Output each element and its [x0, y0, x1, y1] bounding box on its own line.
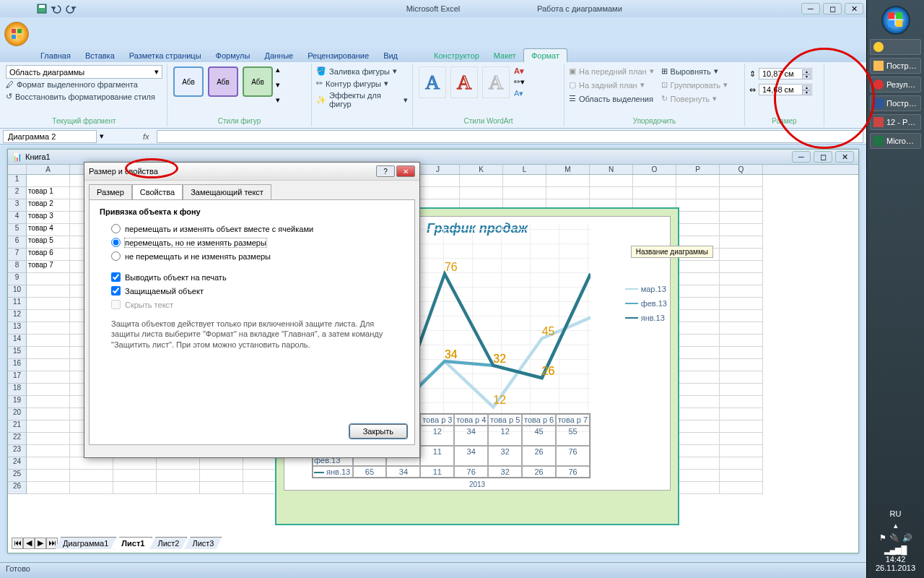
- cell[interactable]: [590, 187, 633, 199]
- cell[interactable]: [676, 187, 720, 199]
- sheet-nav-next-icon[interactable]: ▶: [35, 538, 46, 549]
- text-effects-icon[interactable]: A▾: [514, 89, 525, 98]
- tab-home[interactable]: Главная: [33, 49, 78, 62]
- cell[interactable]: [720, 347, 763, 359]
- cell[interactable]: [27, 273, 70, 285]
- close-button[interactable]: ✕: [835, 151, 854, 163]
- cell[interactable]: [676, 482, 720, 494]
- cell[interactable]: [27, 433, 70, 445]
- cell[interactable]: [676, 433, 720, 445]
- shape-fill-button[interactable]: 🪣Заливка фигуры ▾: [316, 65, 408, 77]
- tab-chart-layout[interactable]: Макет: [487, 49, 523, 62]
- row-header[interactable]: 4: [8, 212, 27, 224]
- cell[interactable]: [27, 408, 70, 420]
- row-header[interactable]: 19: [8, 396, 27, 408]
- cell[interactable]: [720, 199, 763, 212]
- tab-review[interactable]: Рецензирование: [300, 49, 376, 62]
- column-header[interactable]: [8, 165, 27, 174]
- cell[interactable]: [676, 322, 720, 335]
- cell[interactable]: [70, 457, 113, 470]
- cell[interactable]: [633, 175, 676, 187]
- cell[interactable]: [676, 445, 720, 457]
- cell[interactable]: [27, 175, 70, 187]
- cell[interactable]: товар 6: [27, 249, 70, 261]
- text-outline-icon[interactable]: ✏▾: [514, 77, 525, 87]
- network-icon[interactable]: 🔌: [889, 533, 899, 543]
- cell[interactable]: [460, 187, 503, 199]
- sheet-nav-prev-icon[interactable]: ◀: [23, 538, 35, 549]
- tab-chart-design[interactable]: Конструктор: [427, 49, 487, 62]
- cell[interactable]: [720, 420, 763, 433]
- row-header[interactable]: 15: [8, 347, 27, 359]
- shape-height-input[interactable]: 10,87 см▴▾: [759, 68, 812, 79]
- shape-outline-button[interactable]: ✏Контур фигуры ▾: [316, 77, 408, 90]
- dialog-close-action-button[interactable]: Закрыть: [349, 424, 407, 439]
- column-header[interactable]: J: [417, 165, 460, 174]
- dialog-tab-alttext[interactable]: Замещающий текст: [183, 184, 271, 200]
- undo-icon[interactable]: [51, 3, 62, 14]
- cell[interactable]: [720, 285, 763, 298]
- column-header[interactable]: K: [460, 165, 503, 174]
- cell[interactable]: [720, 470, 763, 482]
- start-button[interactable]: [881, 6, 910, 35]
- cell[interactable]: [27, 285, 70, 298]
- cell[interactable]: [460, 175, 503, 187]
- cell[interactable]: [720, 457, 763, 470]
- clock-date[interactable]: 26.11.2013: [868, 564, 923, 572]
- dialog-titlebar[interactable]: Размер и свойства ? ✕: [84, 163, 419, 181]
- tab-insert[interactable]: Вставка: [78, 49, 122, 62]
- cell[interactable]: [200, 457, 243, 470]
- column-header[interactable]: Q: [720, 165, 763, 174]
- cell[interactable]: [720, 249, 763, 261]
- cell[interactable]: [720, 359, 763, 371]
- row-header[interactable]: 17: [8, 371, 27, 384]
- signal-icon[interactable]: ▂▄▆█: [868, 545, 923, 555]
- align-button[interactable]: ⊞Выровнять ▾: [661, 65, 728, 77]
- radio-nomove-nosize[interactable]: не перемещать и не изменять размеры: [100, 249, 404, 263]
- cell[interactable]: [676, 310, 720, 322]
- row-header[interactable]: 7: [8, 249, 27, 261]
- formula-input[interactable]: [157, 130, 863, 143]
- spin-down-icon[interactable]: ▾: [802, 74, 811, 79]
- row-header[interactable]: 10: [8, 285, 27, 298]
- scroll-down-icon[interactable]: ▾: [276, 80, 280, 90]
- cell[interactable]: [113, 470, 157, 482]
- cell[interactable]: [720, 335, 763, 347]
- cell[interactable]: товар 3: [27, 212, 70, 224]
- wordart-style-1[interactable]: A: [419, 66, 446, 98]
- maximize-button[interactable]: ◻: [823, 3, 842, 14]
- more-styles-icon[interactable]: ▾: [276, 95, 280, 105]
- cell[interactable]: [720, 371, 763, 384]
- cell[interactable]: [70, 470, 113, 482]
- cell[interactable]: [27, 335, 70, 347]
- dialog-close-button[interactable]: ✕: [396, 165, 415, 177]
- cell[interactable]: [720, 445, 763, 457]
- chart-element-selector[interactable]: Область диаграммы▾: [6, 65, 162, 79]
- cell[interactable]: [200, 470, 243, 482]
- bring-front-button[interactable]: ▣На передний план ▾: [569, 65, 654, 77]
- radio-move-size[interactable]: перемещать и изменять объект вместе с яч…: [100, 222, 404, 236]
- taskbar-item[interactable]: Micro…: [870, 133, 921, 149]
- cell[interactable]: [676, 298, 720, 310]
- cell[interactable]: [27, 322, 70, 335]
- cell[interactable]: [676, 408, 720, 420]
- row-header[interactable]: 2: [8, 187, 27, 199]
- cell[interactable]: [157, 470, 200, 482]
- redo-icon[interactable]: [65, 3, 77, 14]
- cell[interactable]: [27, 482, 70, 494]
- sheet-tab-chart[interactable]: Диаграмма1: [55, 537, 116, 549]
- cell[interactable]: [720, 310, 763, 322]
- cell[interactable]: товар 4: [27, 224, 70, 236]
- taskbar-item[interactable]: Постр…: [870, 58, 921, 74]
- row-header[interactable]: 18: [8, 384, 27, 396]
- name-box[interactable]: Диаграмма 2: [3, 130, 97, 143]
- shape-style-2[interactable]: Абв: [208, 66, 238, 97]
- cell[interactable]: товар 5: [27, 236, 70, 249]
- cell[interactable]: [676, 396, 720, 408]
- taskbar-item[interactable]: Постр…: [870, 95, 921, 111]
- wordart-style-3[interactable]: A: [482, 66, 510, 98]
- cell[interactable]: [633, 187, 676, 199]
- row-header[interactable]: 12: [8, 310, 27, 322]
- cell[interactable]: [720, 224, 763, 236]
- row-header[interactable]: 22: [8, 433, 27, 445]
